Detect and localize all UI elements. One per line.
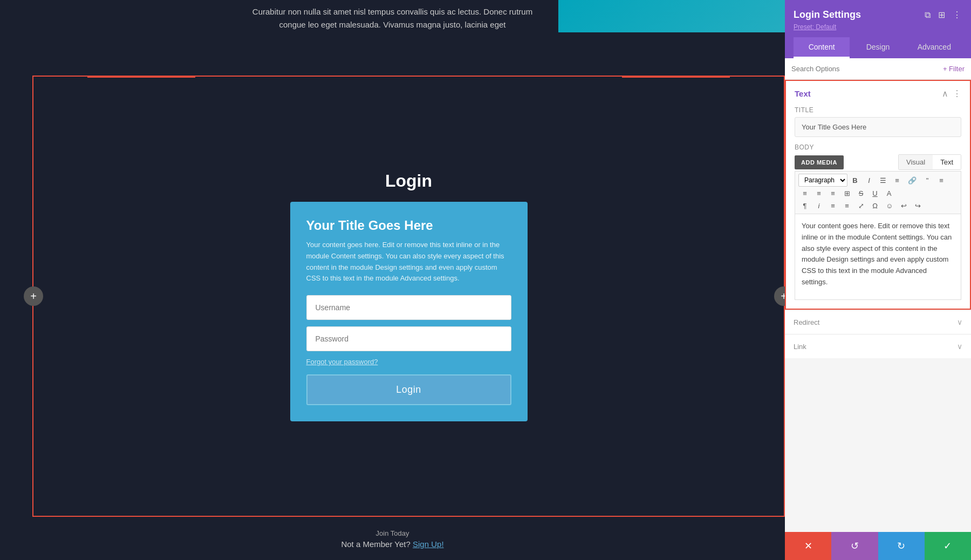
panel-more-icon[interactable]: ⋮: [952, 9, 962, 21]
join-today-label: Join Today: [341, 529, 443, 537]
undo-button[interactable]: ↺: [831, 532, 878, 560]
redirect-accordion-header[interactable]: Redirect ∨: [785, 310, 971, 334]
title-field-input[interactable]: [795, 117, 961, 137]
title-field-label: Title: [795, 106, 961, 114]
section-more-btn[interactable]: ⋮: [953, 88, 961, 99]
login-content-area: Login Your Title Goes Here Your content …: [33, 171, 784, 421]
add-media-button[interactable]: ADD MEDIA: [795, 155, 844, 169]
bg-decoration: [558, 0, 785, 32]
text-section-title: Text: [795, 89, 811, 98]
login-box-title: Your Title Goes Here: [306, 218, 511, 233]
underline-btn[interactable]: U: [869, 188, 881, 199]
add-left-button[interactable]: +: [24, 286, 43, 306]
redirect-title: Redirect: [794, 318, 819, 326]
link-section: Link ∨: [785, 334, 971, 358]
login-module-title: Login: [33, 171, 784, 191]
canvas-top-text: Curabitur non nulla sit amet nisl tempus…: [231, 5, 555, 31]
ol-btn[interactable]: ≡: [891, 175, 904, 186]
cancel-button[interactable]: ✕: [785, 532, 831, 560]
redirect-chevron-icon: ∨: [957, 318, 962, 326]
editor-toolbar: Paragraph B I ☰ ≡ 🔗 " ≡ ≡ ≡ ≡ ⊞ S: [795, 171, 961, 214]
panel-grid-icon[interactable]: ⊞: [937, 9, 946, 21]
quote-btn[interactable]: ": [921, 175, 934, 186]
link-accordion-header[interactable]: Link ∨: [785, 334, 971, 358]
tab-content[interactable]: Content: [794, 37, 850, 58]
outdent-btn[interactable]: ≡: [840, 200, 853, 211]
not-member-text: Not a Member Yet? Sign Up!: [341, 539, 443, 549]
search-bar: + Filter: [785, 58, 971, 80]
section-header-icons: ∧ ⋮: [942, 88, 961, 99]
editor-body[interactable]: Your content goes here. Edit or remove t…: [795, 214, 961, 300]
login-module: + Login Your Title Goes Here Your conten…: [32, 76, 785, 517]
align-left-btn[interactable]: ≡: [935, 175, 948, 186]
undo-editor-btn[interactable]: ↩: [897, 200, 910, 211]
tab-design[interactable]: Design: [850, 37, 906, 58]
italic-btn[interactable]: I: [863, 175, 876, 186]
text-settings-section: Text ∧ ⋮ Title Body ADD MEDIA Visual T: [785, 80, 971, 310]
redo-editor-btn[interactable]: ↪: [911, 200, 924, 211]
body-field-label: Body: [795, 144, 961, 151]
ul-btn[interactable]: ☰: [877, 175, 890, 186]
visual-tab[interactable]: Visual: [899, 155, 933, 169]
login-box-body: Your content goes here. Edit or remove t…: [306, 240, 511, 284]
table-btn[interactable]: ⊞: [840, 188, 853, 199]
editor-toolbar-top: ADD MEDIA Visual Text: [795, 154, 961, 170]
panel-title: Login Settings: [794, 9, 861, 21]
panel-header: Login Settings ⧉ ⊞ ⋮ Preset: Default Con…: [785, 0, 971, 58]
login-submit-button[interactable]: Login: [306, 374, 511, 405]
toolbar-row-1: Paragraph B I ☰ ≡ 🔗 " ≡ ≡ ≡ ≡ ⊞ S: [798, 174, 958, 199]
text-section-header[interactable]: Text ∧ ⋮: [786, 81, 970, 106]
emoji-btn[interactable]: ☺: [883, 200, 896, 211]
align-center-btn[interactable]: ≡: [798, 188, 811, 199]
redirect-section: Redirect ∨: [785, 310, 971, 334]
settings-panel: Login Settings ⧉ ⊞ ⋮ Preset: Default Con…: [785, 0, 971, 560]
section-collapse-btn[interactable]: ∧: [942, 88, 948, 99]
panel-header-icons: ⧉ ⊞ ⋮: [924, 9, 962, 21]
redo-button[interactable]: ↻: [878, 532, 925, 560]
link-btn[interactable]: 🔗: [905, 175, 920, 186]
indent-btn[interactable]: ≡: [826, 200, 839, 211]
strikethrough-btn[interactable]: S: [854, 188, 867, 199]
search-input[interactable]: [791, 58, 943, 79]
panel-tabs: Content Design Advanced: [794, 37, 962, 58]
panel-header-top: Login Settings ⧉ ⊞ ⋮: [794, 9, 962, 21]
password-input[interactable]: [306, 326, 511, 351]
bold-btn[interactable]: B: [849, 175, 861, 186]
panel-copy-icon[interactable]: ⧉: [924, 9, 932, 21]
save-button[interactable]: ✓: [925, 532, 971, 560]
filter-button[interactable]: + Filter: [943, 65, 965, 73]
bottom-text-area: Join Today Not a Member Yet? Sign Up!: [341, 529, 443, 549]
toolbar-row-2: ¶ i ≡ ≡ ⤢ Ω ☺ ↩ ↪: [798, 200, 958, 211]
fullscreen-btn[interactable]: ⤢: [854, 200, 867, 211]
username-input[interactable]: [306, 295, 511, 320]
text-tab[interactable]: Text: [933, 155, 961, 169]
editor-view-tabs: Visual Text: [898, 154, 961, 170]
align-justify-btn[interactable]: ≡: [826, 188, 839, 199]
align-right-btn[interactable]: ≡: [812, 188, 825, 199]
title-field-group: Title: [786, 106, 970, 144]
body-editor-wrapper: Body ADD MEDIA Visual Text Paragraph B: [786, 144, 970, 309]
forgot-password-link[interactable]: Forgot your password?: [306, 358, 511, 366]
preset-text: Preset: Default: [794, 23, 962, 31]
paragraph-select[interactable]: Paragraph: [798, 174, 847, 187]
font-color-btn[interactable]: A: [883, 188, 895, 199]
omega-btn[interactable]: Ω: [869, 200, 881, 211]
login-box: Your Title Goes Here Your content goes h…: [290, 202, 528, 421]
canvas-area: Curabitur non nulla sit amet nisl tempus…: [0, 0, 785, 560]
format-italic-btn[interactable]: i: [812, 200, 825, 211]
signup-link[interactable]: Sign Up!: [413, 539, 444, 549]
pilcrow-btn[interactable]: ¶: [798, 200, 811, 211]
panel-actions: ✕ ↺ ↻ ✓: [785, 532, 971, 560]
link-title: Link: [794, 343, 806, 351]
panel-content: Text ∧ ⋮ Title Body ADD MEDIA Visual T: [785, 80, 971, 532]
link-chevron-icon: ∨: [957, 342, 962, 351]
tab-advanced[interactable]: Advanced: [906, 37, 962, 58]
